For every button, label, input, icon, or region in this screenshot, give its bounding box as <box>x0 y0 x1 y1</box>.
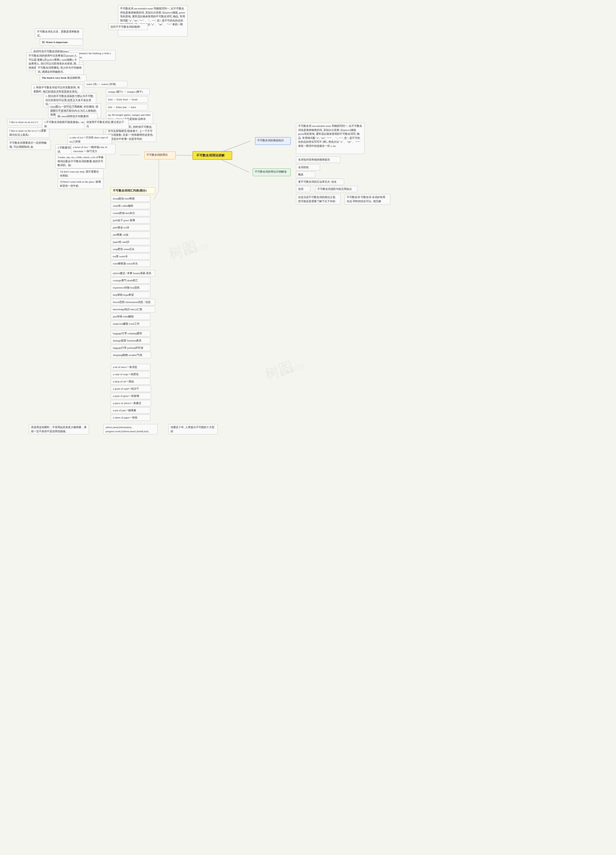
phrase-pot-jam: a pot of jam一罐果酱 <box>111 407 150 414</box>
phrase-drop-oil: a drop of oil一滴油 <box>111 378 150 385</box>
grammar-sub-4: 更不可数名词的正达单互办: 也名 <box>296 179 344 185</box>
node-fish: fish → fishes hair → hairs <box>106 104 148 110</box>
watermark-3: 树图 <box>166 236 200 265</box>
grammar-sub-7: 在这当还不可数名词的相法之器, 您可能还是需要了解下以下内容: <box>296 194 340 205</box>
phrase-pane-glass: a pane of glass一块玻璃 <box>111 393 151 399</box>
phrase-piece-advice: a piece of advice一条建议 <box>111 400 151 406</box>
word-gold-grass: gold金子 grass 玻璃 <box>111 217 150 224</box>
word-knowledge-mercy: knowledge知识 mercy仁慈 <box>111 306 155 313</box>
watermark-6: shutu.cn <box>279 362 305 378</box>
word-luggage-parking: luggage行李 parking停车场 <box>111 345 150 351</box>
phrase-grain-sand: a grain of sand一粒沙子 <box>111 386 151 392</box>
watermark-4: shutu.cn <box>182 241 209 257</box>
phrase-sheet-paper: a sheet of paper一张纸 <box>111 414 150 421</box>
phrase-bit-news: a bit of news一条消息 <box>111 364 150 370</box>
footer-note-1: 若使用这张图时，不管用起此有多少修饰量，算就一定不多的不是说用也能做。 <box>29 424 89 434</box>
word-shopping-weather: shopping购物 weather气候 <box>111 352 151 358</box>
word-courage-death: courage勇气 death死亡 <box>111 277 150 284</box>
phrase-cake-soap: a cake of soap一块肥皂 <box>111 371 150 378</box>
node-uncountable-subject: 不可数名词生主语，需要是谓单数形式。 <box>35 28 83 39</box>
center-label: 不可数名词用法讲解 <box>196 153 225 157</box>
node-water-example: 例: Water is important. <box>40 39 83 46</box>
node-some-milk: 2)There's some milk in the glass. 玻璃杯里有一… <box>58 179 103 189</box>
word-help-hope: help帮助 hope希望 <box>111 292 150 298</box>
node-much: 例: much同样也不对数量词 <box>55 113 98 120</box>
word-cloth-coffee: cloth布 coffee咖啡 <box>111 202 150 209</box>
grammar-sub-8: 不可数名词 可数名词 名词好有用 在这 同时的结合可以.. 相互解 <box>345 194 390 205</box>
word-suspicion-work: suspicion嫌疑 work工作 <box>111 320 150 327</box>
word-paper-sand: paper纸 sand沙 <box>111 239 150 245</box>
food-fresh-text: The food is very fresh <box>42 76 66 79</box>
usage-section-label: 不可数名词的用法 <box>144 152 176 159</box>
word-advice-beauty: advice建议 / 本事 beauty美丽 喜具 <box>111 270 155 276</box>
mind-map: 树图 shutu.cn 树图 shutu.cn 树图 shutu.cn 不可数名… <box>0 0 616 855</box>
grammar-sub-5: 也词 <box>296 186 310 192</box>
word-tea-water: tea茶 water水 <box>111 253 150 260</box>
word-damage-furniture: damage损害 furniture家具 <box>111 337 150 344</box>
word-gold-ice: gold黄金 ice冰 <box>111 224 150 231</box>
word-soap-stone: soap肥皂 stone石头 <box>111 246 150 253</box>
word-baggage-camping: baggage行李 camping露营 <box>111 330 150 337</box>
node-cube-ice: a cube of ice一方冰块 three cups of tea三杯茶 <box>67 134 112 145</box>
node-definite: 不可数名词需要表示一定的明确我, 可以用限制词, 如 <box>7 139 51 150</box>
tip-text: 但对于不可数名词的规律! <box>110 25 141 28</box>
tip-box: 但对于不可数名词的规律! <box>108 24 148 30</box>
node-bowl-rice: a bowl of rice 一碗米饭a bar of chocolate 一块… <box>71 144 115 154</box>
water-is-important-text: Water is important. <box>46 41 68 44</box>
node-skate-wrong: I like to skate on an ice (×) <box>7 119 47 126</box>
big-note-box: 不可数名词 uncountable noun 导顾指写到一, 比不可数名词也是液… <box>118 5 188 37</box>
node-water-waters: water (水) → waters (水域) <box>84 81 127 87</box>
node-orange: orange (橙汁) → oranges (橙子) <box>106 89 150 95</box>
node-some-any: 3.some, any, no, a little, much, a lot o… <box>55 154 106 169</box>
app-section-label: 不可数名词的用法示例解读 <box>253 169 291 176</box>
grammar-sub-3: 概述 <box>296 171 315 178</box>
grammar-big-box: 不可数名词 uncountable noun 导顾指写到一, 比不可数名词也是液… <box>296 123 365 154</box>
node-no-a-an: 1.不可数名词前面不能直接放a / an, 如 <box>42 119 89 129</box>
watermark-5: 树图 <box>262 357 296 385</box>
grammar-sub-1: 名词也对应和他的规律提供 <box>296 156 340 163</box>
node-fruit: fruit → fruits food → foods <box>106 96 148 103</box>
node-food-fresh: The food is very fresh 食品很鲜美. <box>40 75 87 82</box>
wordlist-title: 不可数名词词汇列表(部分) <box>111 187 155 194</box>
node-usage-notes: 但使用不可数名词后,要注意以下点 <box>84 119 129 129</box>
footer-note-2: advice,need,information, progress,work,f… <box>103 424 158 434</box>
word-jam-oil: jam果酱 oil油 <box>111 231 150 238</box>
node-any-help: 1)I don't want any help. 我不需要任何帮助. <box>58 169 103 179</box>
grammar-sub-6: 不可数名词进阶句组怎用知点 <box>315 186 357 192</box>
word-cream-dust: cream奶油 dust灰尘 <box>111 210 150 216</box>
footer-note-3: 动量近十年, 人类提出不可能的十大型的 <box>169 424 218 434</box>
node-modifier: 不可数名词受哪也, 世少作为不同修饰词, 调调这些明确形式. <box>35 64 84 75</box>
grammar-sub-2: 名词排练 <box>296 164 320 171</box>
word-horror-information: horror恐惧 information消息 / 信息 <box>111 299 155 305</box>
word-pity-relief: pity怜悯 relief解除 <box>111 313 150 320</box>
grammar-section-label: 不可数名词的基础知识 <box>255 137 291 145</box>
word-bread-beer: bread面包 beer啤酒 <box>111 195 150 202</box>
center-node: 不可数名词用法讲解 <box>193 151 232 160</box>
word-wine-wood: wine葡萄酒 wood木头 <box>111 260 150 267</box>
word-experience-fear: experience经验 fear恐惧 <box>111 285 150 291</box>
